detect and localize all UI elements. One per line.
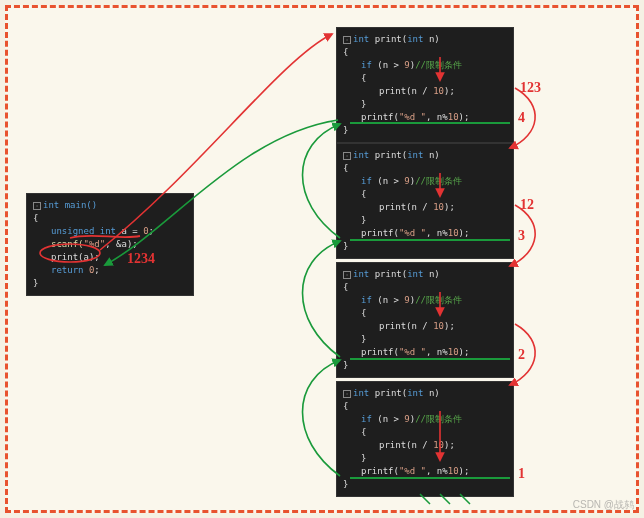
main-signature: -int main() <box>33 199 187 212</box>
scanf-call: scanf("%d", &a); <box>33 238 187 251</box>
print-signature: -int print(int n) <box>343 268 507 281</box>
brace: { <box>343 426 507 439</box>
brace: { <box>343 281 507 294</box>
if-line: if (n > 9)//限制条件 <box>343 59 507 72</box>
recursive-call: print(n / 10); <box>343 320 507 333</box>
print-signature: -int print(int n) <box>343 387 507 400</box>
brace: { <box>343 400 507 413</box>
code-box-print-1: -int print(int n) { if (n > 9)//限制条件 { p… <box>336 27 514 143</box>
brace: } <box>33 277 187 290</box>
code-box-main: -int main() { unsigned int a = 0; scanf(… <box>26 193 194 296</box>
recursive-call: print(n / 10); <box>343 439 507 452</box>
brace: } <box>343 333 507 346</box>
brace: } <box>343 359 507 372</box>
brace: { <box>343 188 507 201</box>
print-signature: -int print(int n) <box>343 33 507 46</box>
printf-line: printf("%d ", n%10); <box>343 465 507 478</box>
code-box-print-3: -int print(int n) { if (n > 9)//限制条件 { p… <box>336 262 514 378</box>
code-box-print-2: -int print(int n) { if (n > 9)//限制条件 { p… <box>336 143 514 259</box>
if-line: if (n > 9)//限制条件 <box>343 294 507 307</box>
brace: { <box>343 72 507 85</box>
print-call: print(a); <box>33 251 187 264</box>
decl-a: unsigned int a = 0; <box>33 225 187 238</box>
watermark: CSDN @战鸫 <box>573 498 634 512</box>
brace: } <box>343 214 507 227</box>
print-signature: -int print(int n) <box>343 149 507 162</box>
recursive-call: print(n / 10); <box>343 85 507 98</box>
brace: { <box>33 212 187 225</box>
if-line: if (n > 9)//限制条件 <box>343 175 507 188</box>
brace: } <box>343 452 507 465</box>
printf-line: printf("%d ", n%10); <box>343 346 507 359</box>
brace: { <box>343 46 507 59</box>
brace: } <box>343 240 507 253</box>
brace: } <box>343 98 507 111</box>
printf-line: printf("%d ", n%10); <box>343 227 507 240</box>
code-box-print-4: -int print(int n) { if (n > 9)//限制条件 { p… <box>336 381 514 497</box>
printf-line: printf("%d ", n%10); <box>343 111 507 124</box>
brace: } <box>343 124 507 137</box>
if-line: if (n > 9)//限制条件 <box>343 413 507 426</box>
return-stmt: return 0; <box>33 264 187 277</box>
recursive-call: print(n / 10); <box>343 201 507 214</box>
brace: { <box>343 307 507 320</box>
brace: } <box>343 478 507 491</box>
brace: { <box>343 162 507 175</box>
